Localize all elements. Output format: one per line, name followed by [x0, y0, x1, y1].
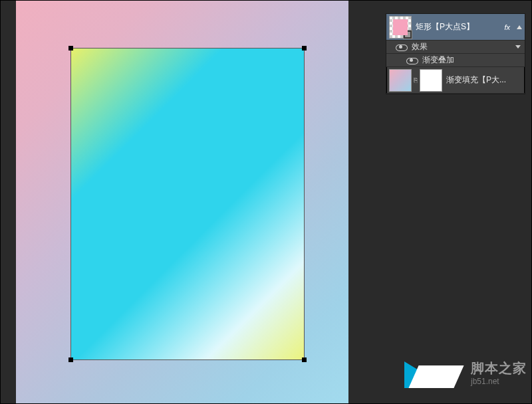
- selected-rectangle-shape[interactable]: [70, 48, 305, 360]
- watermark-site-cn: 脚本之家: [471, 359, 527, 377]
- transform-handle-bottom-left[interactable]: [68, 357, 73, 362]
- effect-label-gradient-overlay: 渐变叠加: [422, 54, 454, 66]
- effects-collapse-icon[interactable]: [515, 45, 521, 49]
- layer-row-gradient-fill[interactable]: ⎘ 渐变填充【P大...: [386, 67, 525, 94]
- mask-link-icon[interactable]: ⎘: [413, 76, 418, 84]
- effect-row-gradient-overlay[interactable]: 渐变叠加: [386, 54, 525, 67]
- layers-panel[interactable]: 矩形【P大点S】 fx 效果 渐变叠加 ⎘ 渐变填充【P大...: [386, 13, 525, 94]
- effects-header-row[interactable]: 效果: [386, 41, 525, 54]
- watermark-site-en: jb51.net: [471, 377, 527, 387]
- watermark-logo-icon: [404, 359, 464, 388]
- visibility-eye-icon[interactable]: [396, 43, 406, 51]
- layer-thumbnail-shape[interactable]: [389, 16, 412, 39]
- fx-badge[interactable]: fx: [504, 23, 511, 31]
- transform-handle-bottom-right[interactable]: [302, 357, 307, 362]
- watermark: 脚本之家 jb51.net: [404, 359, 527, 388]
- layer-name-shape[interactable]: 矩形【P大点S】: [416, 21, 500, 33]
- layer-mask-thumbnail[interactable]: [420, 69, 442, 92]
- fx-expand-icon[interactable]: [517, 25, 522, 29]
- vector-mask-badge-icon: [403, 30, 412, 39]
- layer-name-gradient-fill[interactable]: 渐变填充【P大...: [446, 74, 522, 86]
- transform-handle-top-left[interactable]: [68, 46, 73, 50]
- layer-row-shape[interactable]: 矩形【P大点S】 fx: [386, 14, 525, 41]
- layer-thumbnail-gradient-fill[interactable]: [389, 69, 412, 92]
- visibility-eye-icon[interactable]: [406, 56, 417, 64]
- transform-handle-top-right[interactable]: [302, 46, 307, 50]
- background-gradient-fill: [16, 0, 348, 404]
- canvas-area[interactable]: [16, 0, 368, 404]
- effects-header-label: 效果: [412, 41, 428, 52]
